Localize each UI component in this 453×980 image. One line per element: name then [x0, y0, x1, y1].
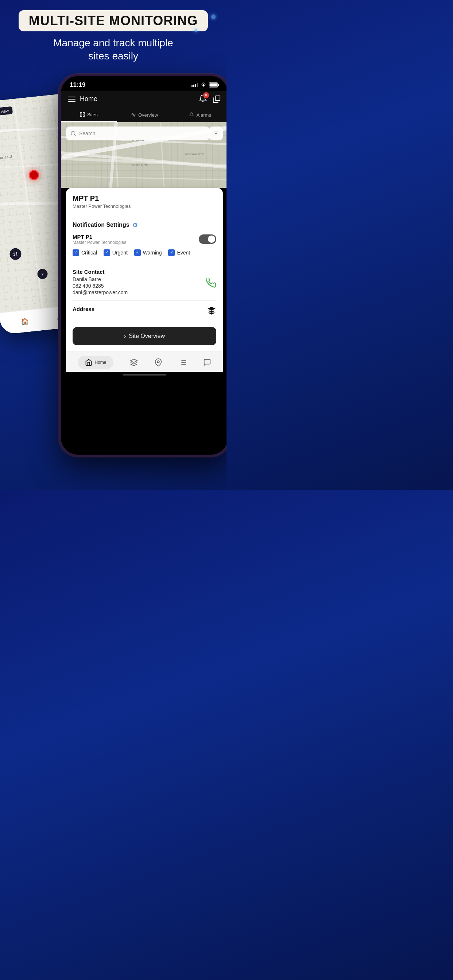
battery-icon — [209, 83, 219, 88]
signal-icon — [191, 83, 198, 87]
svg-line-25 — [74, 135, 75, 135]
svg-text:Polokwane CU: Polokwane CU — [0, 154, 12, 161]
svg-rect-13 — [80, 115, 82, 116]
warning-checkbox[interactable] — [134, 250, 141, 256]
svg-rect-14 — [83, 115, 85, 116]
nav-list[interactable] — [179, 358, 187, 366]
svg-point-24 — [71, 131, 75, 135]
svg-line-17 — [61, 176, 226, 180]
contact-phone: 082 490 6285 — [73, 283, 206, 289]
warning-label: Warning — [143, 250, 162, 256]
chevron-right-icon: › — [124, 333, 126, 339]
nav-location[interactable] — [154, 358, 162, 366]
contact-email: dani@masterpower.com — [73, 290, 206, 295]
checkbox-event[interactable]: Event — [168, 250, 190, 256]
checkbox-urgent[interactable]: Urgent — [104, 250, 128, 256]
tab-overview[interactable]: Overview — [117, 108, 172, 122]
checkbox-warning[interactable]: Warning — [134, 250, 162, 256]
page-subtitle: Manage and track multiple sites easily — [7, 37, 219, 63]
toggle-site-name: MPT P1 — [73, 234, 126, 240]
urgent-checkbox[interactable] — [104, 250, 110, 256]
notification-toggle-row: MPT P1 Master Power Technologies — [73, 234, 216, 245]
svg-marker-29 — [131, 359, 137, 363]
site-overview-button[interactable]: › Site Overview — [73, 327, 216, 345]
nav-layers[interactable] — [130, 358, 138, 366]
checkbox-row: Critical Urgent Warning Event — [73, 250, 216, 256]
bottom-navigation: Home — [66, 351, 223, 372]
layers-icon — [130, 358, 138, 366]
nav-chat[interactable] — [203, 358, 211, 366]
page-badge-title: MULTI-SITE MONITORING — [19, 10, 208, 31]
svg-rect-9 — [210, 83, 217, 86]
filter-button[interactable] — [209, 127, 223, 140]
site-card: MPT P1 Master Power Technologies Notific… — [66, 188, 223, 372]
svg-rect-12 — [83, 113, 85, 114]
site-overview-label: Site Overview — [129, 333, 165, 339]
card-title: MPT P1 — [73, 194, 216, 203]
phone-scene: Polokwane CU 📊 Overview 31 2 g 66 sites … — [0, 74, 226, 475]
tab-alarms[interactable]: Alarms — [172, 108, 226, 122]
gear-icon[interactable]: ⚙ — [132, 222, 137, 229]
card-subtitle: Master Power Technologies — [73, 204, 216, 209]
checkbox-critical[interactable]: Critical — [73, 250, 97, 256]
status-time: 11:19 — [70, 81, 85, 89]
search-placeholder: Search — [79, 130, 95, 136]
address-section: Address — [73, 302, 216, 321]
critical-checkbox[interactable] — [73, 250, 79, 256]
svg-point-6 — [203, 86, 204, 87]
home-bar — [123, 374, 166, 375]
svg-point-30 — [157, 361, 160, 363]
search-icon — [70, 130, 76, 136]
hamburger-menu[interactable] — [68, 97, 75, 102]
status-icons — [191, 83, 219, 88]
search-bar[interactable]: Search — [66, 127, 210, 140]
share-header-icon[interactable] — [213, 95, 221, 103]
call-icon[interactable] — [206, 278, 216, 290]
status-bar: 11:19 — [61, 76, 226, 91]
directions-icon[interactable] — [207, 306, 216, 318]
urgent-label: Urgent — [112, 250, 128, 256]
chat-icon — [203, 358, 211, 366]
critical-label: Critical — [81, 250, 97, 256]
svg-text:Susan Street: Susan Street — [132, 163, 149, 166]
svg-rect-10 — [215, 96, 220, 100]
event-checkbox[interactable] — [168, 250, 175, 256]
main-phone: 11:19 — [59, 74, 226, 457]
notification-toggle[interactable] — [199, 234, 216, 244]
app-title: Home — [80, 95, 97, 103]
event-label: Event — [177, 250, 190, 256]
tab-sites[interactable]: Sites — [61, 108, 117, 122]
svg-text:Mashaba Drive: Mashaba Drive — [185, 153, 204, 156]
location-icon — [154, 358, 162, 366]
contact-name: Danila Barre — [73, 276, 206, 282]
list-icon — [179, 358, 187, 366]
contact-section: Site Contact Danila Barre 082 490 6285 d… — [73, 264, 216, 299]
nav-home[interactable]: Home — [78, 356, 113, 369]
contact-header: Site Contact — [73, 269, 216, 275]
address-header: Address — [73, 306, 94, 312]
nav-home-label: Home — [94, 360, 106, 365]
home-icon — [85, 359, 92, 366]
notification-bell[interactable]: 0 — [199, 94, 207, 104]
app-header: Home 0 — [61, 91, 226, 108]
toggle-site-sub: Master Power Technologies — [73, 240, 126, 245]
svg-rect-11 — [80, 113, 82, 114]
notification-badge: 0 — [203, 92, 209, 98]
notification-settings-label: Notification Settings ⚙ — [73, 222, 216, 229]
tab-bar: Sites Overview Alarms — [61, 108, 226, 122]
map-view[interactable]: Autostone JH Street Mashaba Drive Susan … — [61, 122, 226, 188]
home-indicator — [61, 372, 226, 379]
wifi-icon — [200, 83, 207, 88]
svg-rect-8 — [218, 84, 219, 86]
